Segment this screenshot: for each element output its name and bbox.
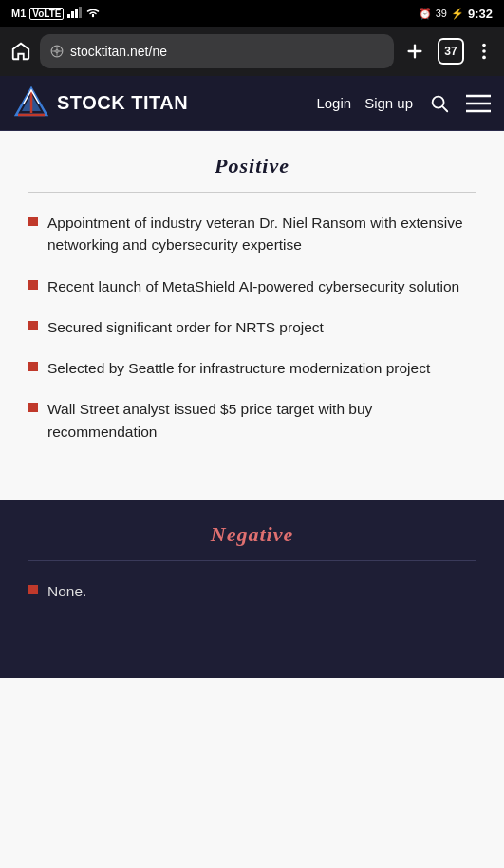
svg-rect-0 <box>67 14 70 18</box>
negative-divider <box>28 560 476 561</box>
time-display: 9:32 <box>468 7 493 21</box>
svg-point-11 <box>482 49 486 53</box>
negative-section: Negative None. <box>0 500 504 678</box>
status-right: ⏰ 39 ⚡ 9:32 <box>419 7 493 21</box>
list-item: Appointment of industry veteran Dr. Niel… <box>28 212 476 256</box>
signal-icon <box>67 7 83 20</box>
bullet-square-icon <box>28 362 38 371</box>
list-item: Wall Street analyst issued $5 price targ… <box>28 398 476 443</box>
bullet-text: Selected by Seattle for infrastructure m… <box>47 357 430 379</box>
bullet-square-icon <box>28 280 38 290</box>
signup-link[interactable]: Sign up <box>364 95 413 111</box>
bullet-square-icon <box>28 585 38 594</box>
add-tab-button[interactable] <box>401 38 428 65</box>
carrier-label: M1 <box>11 8 26 19</box>
svg-rect-2 <box>75 9 78 18</box>
svg-rect-1 <box>71 11 74 18</box>
positive-divider <box>28 192 476 193</box>
negative-title: Negative <box>28 522 476 547</box>
home-icon[interactable] <box>9 40 32 63</box>
alarm-icon: ⏰ <box>419 8 432 20</box>
logo-container[interactable]: STOCK TITAN <box>13 85 316 122</box>
positive-title: Positive <box>28 154 476 179</box>
bullet-text: Appointment of industry veteran Dr. Niel… <box>47 212 476 256</box>
battery-label: 39 <box>436 8 447 19</box>
bullet-square-icon <box>28 217 38 226</box>
status-left: M1 VoLTE <box>11 7 100 20</box>
nav-links: Login Sign up <box>316 90 491 117</box>
positive-section: Positive Appointment of industry veteran… <box>0 131 504 500</box>
address-bar[interactable]: stocktitan.net/ne <box>40 34 394 68</box>
bullet-text: Secured significant order for NRTS proje… <box>47 316 324 338</box>
bullet-square-icon <box>28 321 38 330</box>
bullet-square-icon <box>28 403 38 412</box>
browser-menu-button[interactable] <box>474 41 495 62</box>
svg-rect-3 <box>79 7 82 18</box>
browser-actions: 37 <box>401 38 495 65</box>
network-type: VoLTE <box>29 8 64 20</box>
list-item: Secured significant order for NRTS proje… <box>28 316 476 338</box>
main-content: Positive Appointment of industry veteran… <box>0 131 504 868</box>
tab-count-button[interactable]: 37 <box>438 38 464 65</box>
bullet-text: Recent launch of MetaShield AI-powered c… <box>47 275 459 297</box>
list-item: Selected by Seattle for infrastructure m… <box>28 357 476 379</box>
svg-point-10 <box>482 44 486 47</box>
status-bar: M1 VoLTE ⏰ 39 ⚡ 9:32 <box>0 0 504 27</box>
svg-point-12 <box>482 56 486 60</box>
site-info-icon <box>49 44 65 59</box>
list-item: None. <box>28 580 476 602</box>
charging-icon: ⚡ <box>451 8 464 20</box>
search-icon[interactable] <box>426 90 453 117</box>
bullet-text: None. <box>47 580 86 602</box>
browser-chrome: stocktitan.net/ne 37 <box>0 27 504 76</box>
negative-bullet-list: None. <box>28 580 476 602</box>
wifi-icon <box>86 7 100 20</box>
bullet-text: Wall Street analyst issued $5 price targ… <box>47 398 476 443</box>
logo-icon <box>13 85 49 122</box>
logo-text: STOCK TITAN <box>57 92 188 114</box>
nav-header: STOCK TITAN Login Sign up <box>0 76 504 131</box>
svg-line-16 <box>442 106 447 111</box>
list-item: Recent launch of MetaShield AI-powered c… <box>28 275 476 297</box>
url-text[interactable]: stocktitan.net/ne <box>70 44 384 59</box>
hamburger-menu-icon[interactable] <box>466 93 491 114</box>
positive-bullet-list: Appointment of industry veteran Dr. Niel… <box>28 212 476 443</box>
svg-point-4 <box>92 15 94 17</box>
login-link[interactable]: Login <box>316 95 351 111</box>
